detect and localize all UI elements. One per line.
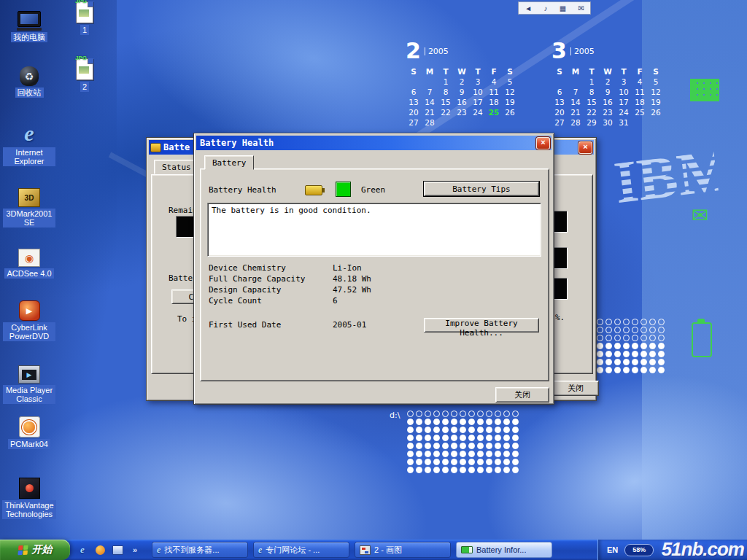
mail-icon[interactable]: ✉ <box>578 4 584 12</box>
dot <box>433 435 440 441</box>
desktop-icon-label: 我的电脑 <box>11 32 47 42</box>
taskbar-task-1[interactable]: e找不到服务器... <box>152 542 248 558</box>
dot <box>503 459 510 465</box>
dot <box>407 435 414 441</box>
dot <box>468 419 475 425</box>
desktop-icon-my-computer[interactable]: 我的电脑 <box>3 6 55 42</box>
taskbar-task-4[interactable]: Battery Infor... <box>456 542 552 558</box>
taskbar-task-2[interactable]: e专门网论坛 - ... <box>253 542 349 558</box>
dot <box>486 451 492 457</box>
dot <box>605 359 612 365</box>
dot <box>460 435 466 441</box>
dot <box>632 319 638 325</box>
dot <box>468 451 475 457</box>
dot <box>597 319 603 325</box>
desktop-icon-powerdvd[interactable]: ▶ CyberLink PowerDVD <box>3 296 55 341</box>
taskbar-task-3[interactable]: 2 - 画图 <box>355 542 451 558</box>
field-value: 48.18 Wh <box>333 274 371 284</box>
battery-health-titlebar[interactable]: Battery Health × <box>196 136 551 150</box>
dot <box>605 327 612 333</box>
dot <box>425 427 431 433</box>
thinkvantage-icon <box>19 474 40 499</box>
taskbar: 开始 e» e找不到服务器...e专门网论坛 - ...2 - 画图Batter… <box>0 540 747 560</box>
battery-field-row: Cycle Count 6 <box>209 295 371 306</box>
dot <box>649 335 656 341</box>
improve-battery-health-button[interactable]: Improve Battery Health... <box>424 318 539 332</box>
quick-launch-media-player-icon[interactable] <box>93 543 107 556</box>
language-indicator[interactable]: EN <box>607 545 618 554</box>
dot <box>649 319 656 325</box>
dot <box>407 467 414 473</box>
close-icon[interactable]: × <box>578 141 592 154</box>
window-icon <box>150 143 161 152</box>
dot <box>640 335 647 341</box>
desktop-file-2[interactable]: JPG 2 <box>69 58 101 92</box>
dot <box>614 343 621 349</box>
window-close-button[interactable]: 关闭 <box>552 381 599 396</box>
field-value: 47.52 Wh <box>333 285 371 295</box>
dot <box>442 427 449 433</box>
dot <box>503 443 510 449</box>
dot <box>433 411 440 417</box>
dot <box>632 327 638 333</box>
grid-icon[interactable]: ▦ <box>560 4 566 12</box>
battery-field-row: Design Capacity 47.52 Wh <box>209 284 371 295</box>
internet-explorer-icon: e <box>24 121 34 146</box>
desktop-icon-thinkvantage[interactable]: ThinkVantage Technologies <box>3 474 55 519</box>
dot <box>658 327 665 333</box>
quick-launch-chevron-icon[interactable]: » <box>128 543 142 556</box>
quick-launch-show-desktop-icon[interactable] <box>111 543 124 556</box>
dot <box>477 435 484 441</box>
desktop-icon-acdsee[interactable]: ◉ ACDSee 4.0 <box>3 242 55 279</box>
desktop-icon-label: Media Player Classic <box>3 385 55 404</box>
dot <box>623 319 630 325</box>
dialog-close-button[interactable]: 关闭 <box>495 387 549 402</box>
desktop-mini-toolbar[interactable]: ◄♪▦✉ <box>518 1 591 15</box>
dot <box>425 459 431 465</box>
dot <box>416 427 422 433</box>
desktop-icon-pcmark04[interactable]: PCMark04 <box>3 413 55 449</box>
dot <box>477 443 484 449</box>
dot <box>614 327 621 333</box>
dot <box>658 343 665 349</box>
quick-launch-internet-explorer-icon[interactable]: e <box>76 543 89 556</box>
battery-fields: Device Chemistry Li-IonFull Charge Capac… <box>209 262 371 306</box>
desktop-icon-internet-explorer[interactable]: e Internet Explorer <box>3 121 55 166</box>
desktop-icon-3dmark2001-se[interactable]: 3D 3DMark2001 SE <box>3 182 55 228</box>
dot <box>649 367 656 373</box>
dot <box>486 419 492 425</box>
start-button[interactable]: 开始 <box>0 540 70 560</box>
dot <box>486 467 492 473</box>
tray-battery-indicator[interactable]: 58% <box>624 544 654 556</box>
dot <box>640 351 647 357</box>
desktop-icon-recycle-bin[interactable]: ♻ 回收站 <box>3 61 55 98</box>
note-icon[interactable]: ♪ <box>543 4 547 12</box>
dot <box>477 467 484 473</box>
jpg-file-icon: JPG <box>76 58 93 80</box>
dot <box>451 419 457 425</box>
dot <box>468 443 475 449</box>
desktop-icon-label: 3DMark2001 SE <box>3 209 55 228</box>
field-value: 6 <box>333 296 371 306</box>
dot <box>460 443 466 449</box>
dot <box>416 435 422 441</box>
dot <box>407 451 414 457</box>
first-used-label: First Used Date <box>209 320 333 330</box>
tab-battery[interactable]: Battery <box>204 155 254 170</box>
condition-textbox[interactable]: The battery is in good condition. <box>207 203 541 257</box>
dot <box>632 367 638 373</box>
tab-status[interactable]: Status <box>154 160 199 174</box>
dot <box>407 419 414 425</box>
battery-tips-button[interactable]: Battery Tips <box>424 182 539 196</box>
dot <box>477 419 484 425</box>
dot <box>658 351 665 357</box>
dot <box>451 435 457 441</box>
dot <box>614 335 621 341</box>
speaker-icon[interactable]: ◄ <box>525 4 532 12</box>
dot <box>658 367 665 373</box>
desktop-file-1[interactable]: JPG 1 <box>69 1 101 35</box>
close-icon[interactable]: × <box>536 137 550 149</box>
screen: 22005SMTWTFS1234567891011121314151617181… <box>0 0 747 560</box>
dot <box>597 343 603 349</box>
desktop-icon-media-player-classic[interactable]: ▶ Media Player Classic <box>3 359 55 404</box>
